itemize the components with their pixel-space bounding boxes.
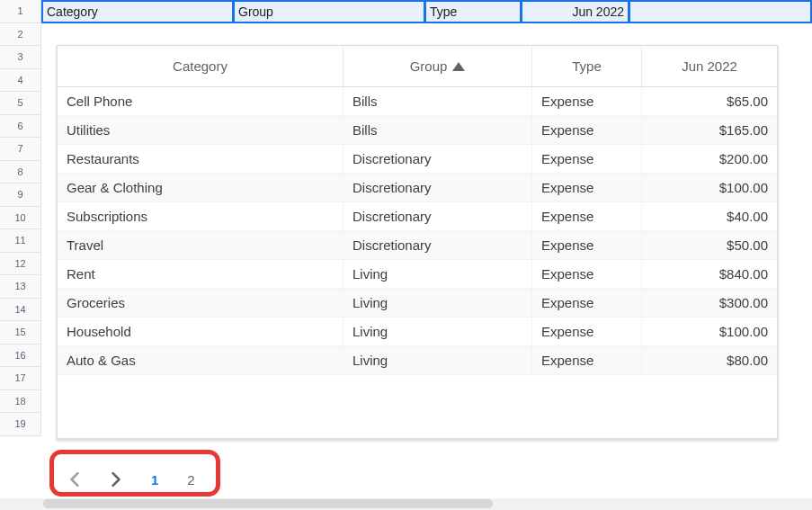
row-header[interactable]: 1: [0, 0, 41, 23]
row-header[interactable]: 2: [0, 23, 41, 47]
cell-group: Living: [344, 260, 532, 288]
table-row[interactable]: HouseholdLivingExpense$100.00: [58, 318, 777, 346]
row-header[interactable]: 8: [0, 161, 41, 184]
row-header[interactable]: 18: [0, 390, 41, 414]
cell-amount: $65.00: [642, 87, 777, 115]
table-row[interactable]: Gear & ClothingDiscretionaryExpense$100.…: [58, 174, 777, 202]
cell-amount: $100.00: [642, 318, 777, 345]
column-header-amount[interactable]: Jun 2022: [642, 46, 777, 86]
table-row[interactable]: GroceriesLivingExpense$300.00: [58, 289, 777, 318]
data-table-overlay: Category Group Type Jun 2022 Cell PhoneB…: [57, 45, 778, 440]
table-row[interactable]: Cell PhoneBillsExpense$65.00: [58, 87, 777, 116]
row-header[interactable]: 17: [0, 367, 41, 390]
table-row[interactable]: RentLivingExpense$840.00: [58, 260, 777, 289]
sheet-header-row: Category Group Type Jun 2022: [41, 0, 812, 23]
column-header-group[interactable]: Group: [344, 46, 532, 86]
horizontal-scroll-track[interactable]: [0, 498, 812, 510]
sheet-header-category[interactable]: Category: [41, 0, 233, 23]
cell-amount: $100.00: [642, 174, 777, 201]
column-header-type[interactable]: Type: [532, 46, 642, 86]
row-header[interactable]: 3: [0, 46, 41, 69]
cell-amount: $50.00: [642, 231, 777, 259]
prev-page-button[interactable]: [65, 470, 85, 489]
pagination-controls: 1 2: [65, 470, 199, 489]
cell-category: Subscriptions: [58, 202, 344, 230]
cell-type: Expense: [532, 231, 642, 259]
table-body: Cell PhoneBillsExpense$65.00UtilitiesBil…: [58, 87, 777, 375]
cell-category: Utilities: [58, 116, 344, 144]
cell-type: Expense: [532, 145, 642, 173]
row-header[interactable]: 14: [0, 299, 41, 322]
row-header[interactable]: 9: [0, 183, 41, 207]
row-header[interactable]: 6: [0, 115, 41, 139]
row-header[interactable]: 19: [0, 413, 41, 436]
cell-group: Bills: [344, 87, 532, 115]
table-row[interactable]: UtilitiesBillsExpense$165.00: [58, 116, 777, 145]
row-header[interactable]: 15: [0, 321, 41, 344]
page-number-2[interactable]: 2: [183, 470, 198, 489]
cell-group: Discretionary: [344, 231, 532, 259]
cell-amount: $80.00: [642, 346, 777, 374]
table-header-row: Category Group Type Jun 2022: [58, 46, 777, 87]
table-row[interactable]: RestaurantsDiscretionaryExpense$200.00: [58, 145, 777, 174]
sheet-header-type[interactable]: Type: [424, 0, 521, 23]
cell-group: Bills: [344, 116, 532, 144]
row-header[interactable]: 11: [0, 229, 41, 253]
row-header[interactable]: 16: [0, 344, 41, 368]
cell-type: Expense: [532, 260, 642, 288]
cell-category: Travel: [58, 231, 344, 259]
cell-group: Discretionary: [344, 174, 532, 201]
row-headers: 1 2 3 4 5 6 7 8 9 10 11 12 13 14 15 16 1…: [0, 0, 41, 436]
table-row[interactable]: TravelDiscretionaryExpense$50.00: [58, 231, 777, 260]
column-header-label: Category: [173, 58, 228, 74]
cell-type: Expense: [532, 318, 642, 345]
cell-category: Cell Phone: [58, 87, 344, 115]
cell-amount: $40.00: [642, 202, 777, 230]
cell-category: Gear & Clothing: [58, 174, 344, 201]
column-header-label: Jun 2022: [682, 58, 737, 74]
sort-ascending-icon: [452, 58, 465, 74]
cell-type: Expense: [532, 174, 642, 201]
cell-group: Living: [344, 346, 532, 374]
cell-category: Groceries: [58, 289, 344, 317]
cell-amount: $300.00: [642, 289, 777, 317]
table-footer: [58, 438, 777, 439]
row-header[interactable]: 12: [0, 253, 41, 276]
table-row[interactable]: SubscriptionsDiscretionaryExpense$40.00: [58, 202, 777, 231]
cell-amount: $165.00: [642, 116, 777, 144]
sheet-cell-empty[interactable]: [629, 0, 812, 23]
horizontal-scrollbar-thumb[interactable]: [43, 499, 493, 508]
row-header[interactable]: 4: [0, 69, 41, 93]
cell-group: Discretionary: [344, 202, 532, 230]
cell-category: Restaurants: [58, 145, 344, 173]
page-number-1[interactable]: 1: [147, 470, 162, 489]
row-header[interactable]: 7: [0, 138, 41, 161]
column-header-label: Type: [572, 58, 602, 74]
row-header[interactable]: 10: [0, 207, 41, 230]
cell-type: Expense: [532, 116, 642, 144]
row-header[interactable]: 13: [0, 275, 41, 299]
cell-type: Expense: [532, 289, 642, 317]
row-header[interactable]: 5: [0, 92, 41, 115]
cell-type: Expense: [532, 202, 642, 230]
next-page-button[interactable]: [106, 470, 126, 489]
cell-group: Living: [344, 318, 532, 345]
table-row[interactable]: Auto & GasLivingExpense$80.00: [58, 346, 777, 375]
cell-category: Household: [58, 318, 344, 345]
cell-category: Auto & Gas: [58, 346, 344, 374]
sheet-header-amount[interactable]: Jun 2022: [521, 0, 629, 23]
cell-amount: $200.00: [642, 145, 777, 173]
cell-type: Expense: [532, 346, 642, 374]
cell-group: Living: [344, 289, 532, 317]
sheet-cells: Category Group Type Jun 2022: [41, 0, 812, 23]
column-header-category[interactable]: Category: [58, 46, 344, 86]
sheet-header-group[interactable]: Group: [233, 0, 424, 23]
cell-category: Rent: [58, 260, 344, 288]
cell-group: Discretionary: [344, 145, 532, 173]
cell-amount: $840.00: [642, 260, 777, 288]
column-header-label: Group: [410, 58, 448, 74]
cell-type: Expense: [532, 87, 642, 115]
